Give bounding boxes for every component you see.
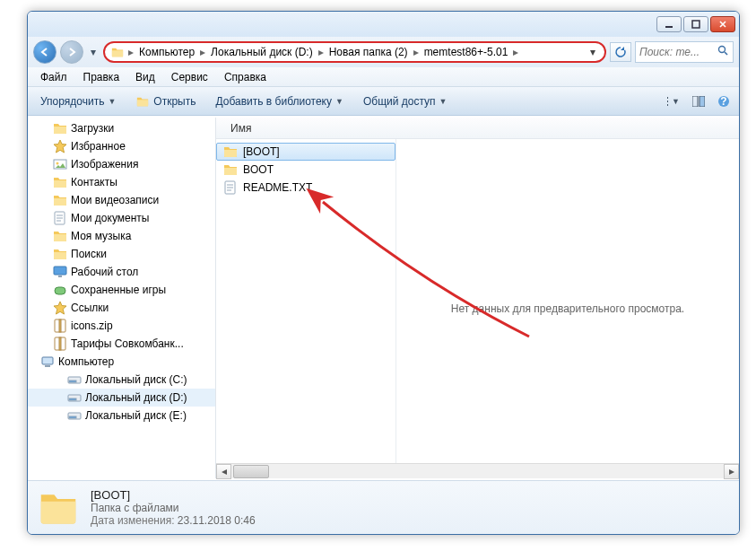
file-name: BOOT xyxy=(243,163,274,176)
sidebar-drive[interactable]: Локальный диск (D:) xyxy=(28,389,215,407)
address-row: ▾ ▸ Компьютер ▸ Локальный диск (D:) ▸ Но… xyxy=(28,37,739,67)
sidebar-computer[interactable]: Компьютер xyxy=(28,353,215,371)
folder-icon xyxy=(223,144,238,159)
file-list[interactable]: [BOOT]BOOTREADME.TXT xyxy=(216,139,395,478)
svg-rect-22 xyxy=(700,96,705,107)
preview-empty-text: Нет данных для предварительного просмотр… xyxy=(451,302,684,315)
sidebar-item[interactable]: Сохраненные игры xyxy=(28,281,215,299)
sidebar-item-label: Мои документы xyxy=(71,212,149,224)
folder-open-icon xyxy=(135,95,150,108)
chevron-right-icon[interactable]: ▸ xyxy=(126,46,135,58)
sidebar-item[interactable]: Тарифы Совкомбанк... xyxy=(28,335,215,353)
chevron-down-icon: ▼ xyxy=(335,97,343,106)
sidebar-item[interactable]: Рабочий стол xyxy=(28,263,215,281)
file-name: [BOOT] xyxy=(243,145,280,158)
svg-rect-19 xyxy=(667,101,668,102)
sidebar-item-label: Контакты xyxy=(71,176,117,188)
sidebar-item-label: Тарифы Совкомбанк... xyxy=(71,337,184,350)
sidebar-item-label: Моя музыка xyxy=(71,230,131,242)
menu-edit[interactable]: Правка xyxy=(76,69,127,85)
scroll-thumb[interactable] xyxy=(233,465,269,478)
navigation-pane[interactable]: ЗагрузкиИзбранноеИзображенияКонтактыМои … xyxy=(28,118,216,478)
sidebar-item[interactable]: icons.zip xyxy=(28,317,215,335)
docs-icon xyxy=(53,211,67,225)
menubar: Файл Правка Вид Сервис Справка xyxy=(28,67,739,87)
help-button[interactable]: ? xyxy=(714,92,734,110)
sidebar-item-label: Избранное xyxy=(71,140,126,153)
forward-button[interactable] xyxy=(60,40,83,64)
chevron-right-icon[interactable]: ▸ xyxy=(317,46,326,58)
zip-icon xyxy=(53,337,67,351)
svg-text:?: ? xyxy=(720,95,726,108)
share-button[interactable]: Общий доступ▼ xyxy=(356,92,455,110)
file-row[interactable]: README.TXT xyxy=(216,179,395,197)
menu-tools[interactable]: Сервис xyxy=(164,69,215,85)
sidebar-drive[interactable]: Локальный диск (C:) xyxy=(28,371,215,389)
breadcrumb-seg-drive[interactable]: Локальный диск (D:) xyxy=(207,46,317,58)
column-name[interactable]: Имя xyxy=(223,122,258,135)
address-dropdown[interactable]: ▾ xyxy=(587,46,599,58)
search-input[interactable] xyxy=(639,46,702,58)
organize-button[interactable]: Упорядочить▼ xyxy=(33,92,123,110)
add-to-library-button[interactable]: Добавить в библиотеку▼ xyxy=(208,92,350,110)
folder-icon xyxy=(37,488,80,528)
file-row[interactable]: [BOOT] xyxy=(216,143,395,161)
sidebar-item[interactable]: Контакты xyxy=(28,173,215,191)
refresh-button[interactable] xyxy=(610,42,631,62)
zip-icon xyxy=(53,319,67,333)
sidebar-item[interactable]: Поиски xyxy=(28,245,215,263)
drive-icon xyxy=(67,390,82,405)
maximize-button[interactable] xyxy=(683,16,708,32)
sidebar-item-label: icons.zip xyxy=(71,319,113,332)
titlebar xyxy=(28,12,739,37)
scroll-right-button[interactable]: ▸ xyxy=(724,464,739,479)
svg-rect-16 xyxy=(692,21,700,28)
details-pane: [BOOT] Папка с файлами Дата изменения: 2… xyxy=(28,480,739,534)
svg-rect-18 xyxy=(667,97,668,99)
sidebar-item-label: Загрузки xyxy=(71,122,114,135)
file-name: README.TXT xyxy=(243,181,312,194)
search-icon xyxy=(717,45,729,59)
menu-help[interactable]: Справка xyxy=(217,69,274,85)
back-button[interactable] xyxy=(33,40,56,64)
folder-icon xyxy=(53,121,67,136)
explorer-window: ▾ ▸ Компьютер ▸ Локальный диск (D:) ▸ Но… xyxy=(27,11,740,535)
sidebar-item[interactable]: Ссылки xyxy=(28,299,215,317)
close-button[interactable] xyxy=(710,16,735,32)
svg-point-17 xyxy=(719,47,726,53)
video-icon xyxy=(53,193,67,207)
file-pane: Имя [BOOT]BOOTREADME.TXT Нет данных для … xyxy=(216,118,739,478)
sidebar-item[interactable]: Мои видеозаписи xyxy=(28,191,215,209)
breadcrumb-seg-current[interactable]: memtest86+-5.01 xyxy=(421,46,512,58)
menu-view[interactable]: Вид xyxy=(128,69,162,85)
sidebar-item[interactable]: Мои документы xyxy=(28,209,215,227)
toolbar: Упорядочить▼ Открыть Добавить в библиоте… xyxy=(28,87,739,116)
nav-history-dropdown[interactable]: ▾ xyxy=(87,40,100,64)
breadcrumb-seg-computer[interactable]: Компьютер xyxy=(135,46,198,58)
preview-pane-button[interactable] xyxy=(689,93,708,109)
sidebar-item[interactable]: Загрузки xyxy=(28,119,215,137)
minimize-button[interactable] xyxy=(656,16,682,32)
preview-pane: Нет данных для предварительного просмотр… xyxy=(395,139,739,478)
search-box[interactable] xyxy=(635,41,734,63)
breadcrumb[interactable]: ▸ Компьютер ▸ Локальный диск (D:) ▸ Нова… xyxy=(103,41,606,63)
sidebar-item[interactable]: Избранное xyxy=(28,137,215,155)
sidebar-item[interactable]: Изображения xyxy=(28,155,215,173)
chevron-down-icon: ▼ xyxy=(108,97,116,106)
view-mode-button[interactable]: ▼ xyxy=(664,93,683,109)
menu-file[interactable]: Файл xyxy=(33,69,74,85)
breadcrumb-seg-folder[interactable]: Новая папка (2) xyxy=(326,46,412,58)
sidebar-item-label: Мои видеозаписи xyxy=(71,194,159,206)
horizontal-scrollbar[interactable]: ◂ ▸ xyxy=(216,463,739,478)
sidebar-drive[interactable]: Локальный диск (E:) xyxy=(28,407,215,424)
open-button[interactable]: Открыть xyxy=(128,92,203,110)
chevron-right-icon[interactable]: ▸ xyxy=(511,46,520,58)
chevron-right-icon[interactable]: ▸ xyxy=(412,46,421,58)
column-header-row: Имя xyxy=(216,118,739,139)
chevron-right-icon[interactable]: ▸ xyxy=(198,46,207,58)
computer-icon xyxy=(40,354,55,369)
scroll-left-button[interactable]: ◂ xyxy=(216,464,231,479)
file-row[interactable]: BOOT xyxy=(216,161,395,179)
body: ЗагрузкиИзбранноеИзображенияКонтактыМои … xyxy=(28,118,739,478)
sidebar-item[interactable]: Моя музыка xyxy=(28,227,215,245)
